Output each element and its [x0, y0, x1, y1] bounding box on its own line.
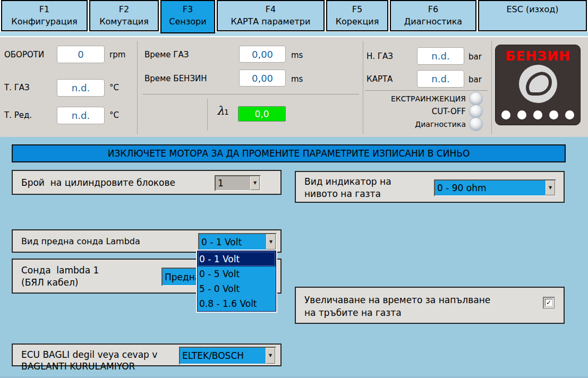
divider	[363, 41, 363, 134]
tab-label: Комутация	[90, 15, 158, 28]
gas-pressure-unit: bar	[468, 52, 482, 62]
tab-f1-configuration[interactable]: F1 Конфигурация	[1, 0, 88, 31]
t-reducer-value: n.d.	[57, 107, 105, 124]
tab-f4-map-parameters[interactable]: F4 КАРТА параметри	[217, 0, 325, 31]
option-0.8-1.6-volt[interactable]: 0.8 - 1.6 Volt	[198, 296, 276, 311]
panel-cylinder-count: Брой на цилиндровите блокове 1 ▼	[12, 170, 282, 195]
ecu-label-line1: ECU BAGLI degil veya cevap v	[21, 349, 157, 360]
level-indicator-label: Вид индикатор нанивото на газта	[304, 176, 391, 200]
fuel-level-dots	[496, 110, 580, 119]
tab-label: Корекция	[327, 15, 387, 28]
ecu-select[interactable]: ELTEK/BOSCH ▼	[179, 347, 276, 365]
tab-strip	[0, 32, 588, 36]
cutoff-label: CUT-OFF	[432, 107, 466, 116]
panel-ecu: ECU BAGLI degil veya cevap v BAGLANTI KU…	[12, 343, 282, 366]
dropdown-arrow-button[interactable]: ▼	[250, 176, 260, 190]
petrol-mode-label: БЕНЗИН	[505, 48, 570, 64]
t-gas-unit: °C	[109, 83, 119, 92]
tab-key: ESC (изход)	[479, 3, 586, 15]
lambda1-value: 0,0	[238, 106, 286, 122]
divider	[491, 41, 492, 134]
pipe-fill-label: Увеличаване на времето за напълванена тр…	[304, 294, 490, 319]
cutoff-led-icon	[470, 105, 482, 118]
fuel-level-dot	[517, 110, 526, 119]
panel-front-lambda: Вид предна сонда Lambda 0 - 1 Volt ▼	[12, 229, 282, 253]
cylinder-count-label: Брой на цилиндровите блокове	[21, 177, 175, 188]
divider	[142, 94, 359, 94]
ecu-value: ELTEK/BOSCH	[180, 348, 266, 364]
t-reducer-label: Т. Ред.	[4, 110, 32, 120]
front-lambda-label: Вид предна сонда Lambda	[21, 236, 140, 246]
divider	[365, 90, 488, 91]
tab-key: F5	[327, 3, 387, 15]
tab-f5-correction[interactable]: F5 Корекция	[326, 0, 388, 31]
level-indicator-select[interactable]: 0 - 90 ohm ▼	[434, 179, 556, 196]
pipe-fill-checkbox[interactable]: ✓	[543, 297, 555, 308]
chevron-down-icon: ▼	[269, 240, 272, 244]
extra-injection-label: ЕКСТРАИНЖЕКЦИЯ	[391, 94, 466, 103]
tab-label: Сензори	[161, 15, 214, 28]
t-gas-label: Т. ГАЗ	[4, 83, 30, 92]
divider	[207, 99, 208, 131]
dropdown-arrow-button[interactable]: ▼	[546, 181, 555, 195]
tab-key: F2	[90, 3, 158, 15]
led-row-diagnostics: Диагностика	[415, 118, 482, 131]
option-0-5-volt[interactable]: 0 - 5 Volt	[198, 267, 276, 281]
tab-label: КАРТА параметри	[218, 15, 323, 28]
fuel-level-dot	[565, 110, 574, 119]
app-window: F1 Конфигурация F2 Комутация F3 Сензори …	[0, 0, 588, 378]
t-reducer-unit: °C	[109, 110, 119, 120]
time-petrol-label: Време БЕНЗИН	[144, 74, 207, 83]
tab-label: Конфигурация	[2, 15, 87, 28]
cylinder-count-value: 1	[216, 176, 250, 190]
checkmark-icon: ✓	[545, 299, 552, 306]
rpm-unit: rpm	[109, 50, 125, 59]
tab-f3-sensors[interactable]: F3 Сензори	[160, 0, 215, 33]
diagnostics-led-icon	[470, 118, 482, 131]
tab-key: F3	[161, 3, 214, 15]
time-petrol-unit: ms	[291, 74, 303, 84]
map-pressure-label: КАРТА	[367, 74, 393, 84]
divider	[137, 41, 138, 134]
lambda1-label: λ1	[217, 104, 229, 117]
gas-pressure-label: Н. ГАЗ	[367, 51, 393, 61]
gas-drop-icon	[518, 64, 558, 105]
map-pressure-value: n.d.	[417, 70, 464, 88]
tab-label: Диагностика	[391, 15, 475, 28]
cylinder-count-select[interactable]: 1 ▼	[215, 175, 261, 191]
rpm-label: ОБОРОТИ	[4, 50, 44, 59]
diagnostics-label: Диагностика	[415, 120, 466, 128]
petrol-mode-button[interactable]: БЕНЗИН	[495, 45, 581, 125]
panel-pipe-fill: Увеличаване на времето за напълванена тр…	[295, 287, 565, 324]
gas-pressure-value: n.d.	[417, 47, 464, 65]
time-gas-value: 0,00	[239, 46, 286, 63]
option-0-1-volt[interactable]: 0 - 1 Volt	[198, 251, 276, 267]
map-pressure-unit: bar	[468, 75, 482, 84]
tab-key: F6	[391, 3, 475, 15]
tab-key: F4	[218, 3, 323, 15]
tab-f6-diagnostics[interactable]: F6 Диагностика	[390, 0, 476, 31]
time-gas-label: Време ГАЗ	[144, 50, 189, 59]
chevron-down-icon: ▼	[253, 181, 257, 185]
option-5-0-volt[interactable]: 5 - 0 Volt	[198, 281, 276, 296]
fuel-level-dot	[533, 110, 542, 119]
dropdown-arrow-button[interactable]: ▼	[266, 234, 276, 250]
tab-f2-commutation[interactable]: F2 Комутация	[89, 0, 159, 31]
led-row-extra-injection: ЕКСТРАИНЖЕКЦИЯ	[391, 92, 482, 105]
tab-key: F1	[2, 3, 87, 15]
fuel-level-dot	[501, 110, 510, 119]
time-gas-unit: ms	[291, 50, 303, 60]
ecu-label-line2: BAGLANTI KURULAMIYOR	[21, 361, 135, 372]
rpm-value: 0	[57, 46, 105, 63]
front-lambda-select[interactable]: 0 - 1 Volt ▼	[198, 233, 277, 251]
panel-level-indicator: Вид индикатор нанивото на газта 0 - 90 o…	[295, 171, 565, 203]
tab-esc-exit[interactable]: ESC (изход)	[478, 0, 587, 31]
fuel-level-dot	[549, 110, 558, 119]
chevron-down-icon: ▼	[549, 186, 552, 190]
extra-injection-led-icon	[470, 92, 482, 105]
time-petrol-value: 0,00	[239, 70, 286, 87]
dropdown-arrow-button[interactable]: ▼	[266, 348, 275, 364]
readout-panel: ОБОРОТИ 0 rpm Т. ГАЗ n.d. °C Т. Ред. n.d…	[0, 36, 588, 137]
led-row-cutoff: CUT-OFF	[432, 105, 482, 118]
engine-off-notice: ИЗКЛЮЧЕТЕ МОТОРА ЗА ДА ПРОМЕНИТЕ ПАРАМЕТ…	[12, 144, 566, 162]
